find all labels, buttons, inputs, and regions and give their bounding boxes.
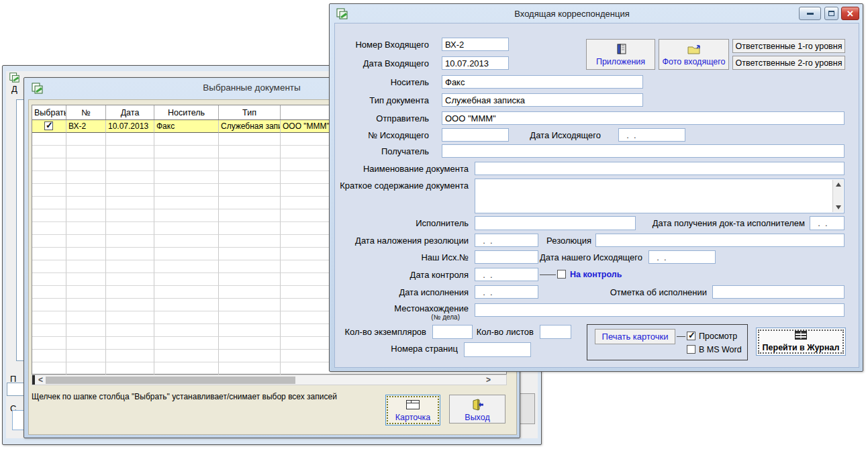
attachments-button-label: Приложения (596, 57, 645, 66)
scroll-down-icon[interactable] (836, 205, 841, 209)
summary-scrollbar[interactable] (832, 180, 843, 212)
on-control-checkbox[interactable] (557, 270, 566, 279)
resolution-label: Резолюция (546, 236, 591, 246)
page-numbers-label: Номера страниц (391, 344, 458, 354)
incoming-photo-button[interactable]: Фото входящего (659, 39, 729, 70)
sheets-count-label: Кол-во листов (477, 327, 534, 337)
incoming-photo-button-label: Фото входящего (662, 57, 725, 66)
page-numbers-input[interactable] (464, 342, 531, 357)
carrier-input[interactable] (442, 75, 643, 89)
execution-date-input[interactable] (475, 285, 538, 299)
ms-word-checkbox-label[interactable]: В MS Word (699, 345, 742, 354)
exit-door-icon (471, 399, 484, 413)
executor-received-date-label: Дата получения док-та исполнителем (653, 218, 805, 228)
column-header-number[interactable]: № (66, 105, 106, 119)
minimize-button[interactable] (799, 7, 821, 20)
executor-input[interactable] (475, 216, 636, 230)
column-header-date[interactable]: Дата (106, 105, 154, 119)
minimize-icon (807, 13, 814, 15)
row-checkbox[interactable] (44, 121, 53, 130)
responsible-level1-label: Ответственные 1-го уровня (736, 42, 842, 51)
print-connector-line (677, 336, 685, 337)
on-control-label[interactable]: На контроль (570, 270, 622, 279)
goto-journal-button[interactable]: Перейти в Журнал (756, 328, 846, 356)
print-card-button-label: Печать карточки (602, 332, 669, 342)
copies-count-input[interactable] (432, 325, 473, 339)
incoming-number-label: Номер Входящего (355, 40, 429, 50)
doc-name-input[interactable] (475, 162, 845, 175)
scrollbar-thumb[interactable] (46, 377, 295, 384)
control-connector-line (540, 275, 556, 275)
location-sublabel: (№ дела) (431, 313, 460, 321)
outgoing-date-input[interactable] (618, 128, 685, 142)
horizontal-scrollbar[interactable]: < > (32, 375, 507, 385)
close-button[interactable]: ✕ (841, 7, 859, 20)
incoming-date-input[interactable] (442, 56, 509, 70)
responsible-level2-label: Ответственные 2-го уровня (736, 58, 842, 68)
execution-mark-input[interactable] (712, 285, 845, 299)
incoming-date-label: Дата Входящего (363, 58, 429, 68)
exit-button[interactable]: Выход (449, 395, 505, 423)
copies-count-label: Кол-во экземпляров (344, 327, 426, 337)
control-date-input[interactable] (475, 268, 538, 281)
app-icon (9, 72, 20, 83)
journal-grid-icon (795, 331, 807, 342)
row-number-cell[interactable]: ВХ-2 (66, 120, 106, 133)
our-outgoing-date-input[interactable] (648, 250, 716, 264)
responsible-level2-button[interactable]: Ответственные 2-го уровня (732, 56, 845, 70)
doc-type-label: Тип документа (369, 95, 429, 105)
attachments-button[interactable]: Приложения (586, 39, 655, 70)
outgoing-number-input[interactable] (442, 128, 509, 142)
location-input[interactable] (475, 303, 845, 317)
responsible-level1-button[interactable]: Ответственные 1-го уровня (732, 39, 845, 53)
sheets-count-input[interactable] (540, 325, 571, 339)
resolution-date-label: Дата наложения резолюции (355, 236, 469, 246)
row-type-cell[interactable]: Служебная запи (219, 120, 281, 133)
incoming-correspondence-window: Входящая корреспонденция ✕ Номер Входяще… (329, 3, 863, 372)
column-header-select[interactable]: Выбрать (32, 105, 66, 119)
outgoing-date-label: Дата Исходящего (530, 130, 601, 140)
doc-summary-label: Краткое содержание документа (340, 181, 469, 191)
preview-checkbox[interactable] (687, 332, 695, 340)
exit-button-label: Выход (465, 413, 489, 422)
ms-word-checkbox[interactable] (687, 345, 695, 354)
resolution-date-input[interactable] (475, 234, 538, 247)
table-hint-text: Щелчек по шапке столбца "Выбрать" устана… (32, 392, 337, 401)
print-card-button[interactable]: Печать карточки (595, 329, 675, 344)
doc-name-label: Наименование документа (363, 164, 469, 174)
executor-label: Исполнитель (416, 218, 469, 228)
incoming-window-title: Входящая корреспонденция (330, 9, 814, 19)
sender-label: Отправитель (376, 113, 429, 123)
execution-mark-label: Отметка об исполнении (610, 287, 707, 297)
column-header-type[interactable]: Тип (219, 105, 281, 119)
our-outgoing-number-input[interactable] (475, 250, 538, 264)
card-button-label: Карточка (395, 413, 430, 422)
execution-date-label: Дата исполнения (399, 287, 469, 297)
maximize-button[interactable] (824, 7, 838, 20)
scroll-left-icon[interactable]: < (38, 376, 43, 384)
sender-input[interactable] (442, 111, 845, 125)
control-date-label: Дата контроля (410, 270, 469, 280)
executor-received-date-input[interactable] (810, 216, 845, 230)
row-date-cell[interactable]: 10.07.2013 (106, 120, 154, 133)
background-label-fragment: Д (11, 84, 17, 94)
receiver-label: Получатель (381, 146, 429, 156)
our-outgoing-number-label: Наш Исх.№ (421, 252, 469, 262)
attachments-book-icon (615, 43, 627, 57)
photo-folder-icon (687, 43, 702, 57)
resolution-input[interactable] (595, 234, 845, 247)
incoming-number-input[interactable] (442, 38, 509, 51)
doc-summary-textarea[interactable] (475, 179, 845, 213)
scroll-right-icon[interactable]: > (486, 376, 491, 384)
scroll-up-icon[interactable] (836, 183, 841, 187)
column-header-carrier[interactable]: Носитель (154, 105, 219, 119)
card-icon (405, 399, 420, 412)
doc-type-input[interactable] (442, 93, 643, 107)
receiver-input[interactable] (442, 144, 845, 158)
maximize-icon (828, 11, 834, 16)
preview-checkbox-label[interactable]: Просмотр (699, 332, 737, 341)
incoming-titlebar[interactable]: Входящая корреспонденция ✕ (330, 4, 863, 23)
row-select-cell[interactable] (32, 120, 66, 133)
row-carrier-cell[interactable]: Факс (154, 120, 219, 133)
card-button[interactable]: Карточка (385, 395, 440, 426)
